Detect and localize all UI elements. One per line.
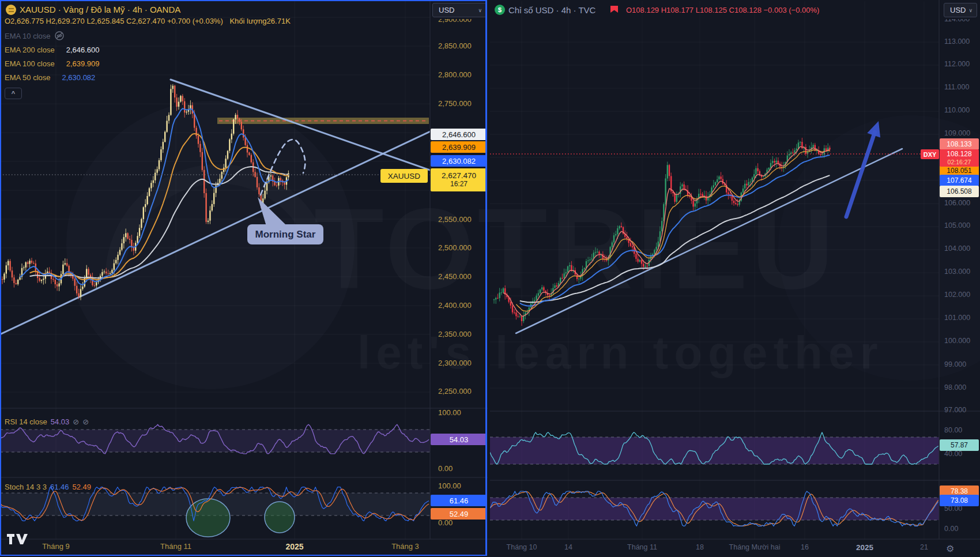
price-tag: 106.508	[940, 186, 979, 197]
rsi-label: RSI 14 close	[5, 417, 47, 426]
indicator-label: EMA 50 close	[5, 73, 51, 82]
price-tick: 110.000	[944, 106, 970, 114]
rsi-hide-band-icon[interactable]: ⊘	[73, 417, 79, 426]
time-axis-label: Tháng Mười hai	[729, 543, 781, 551]
price-tag: 73.08	[940, 495, 979, 506]
tradingview-dual-chart-workspace: TOTRIEU let's learn together XAUUSD · Và…	[0, 0, 980, 557]
price-tag: 61.46	[431, 495, 487, 506]
current-price-tag: 2,627.47016:27	[431, 168, 487, 191]
price-tick: 103.000	[944, 268, 970, 276]
current-price-tag: 108.12802:16:27	[940, 149, 979, 167]
price-tick: 2,750.000	[438, 99, 472, 108]
price-tick: 114.000	[944, 19, 970, 24]
price-tag: 2,639.909	[431, 141, 487, 153]
indicator-label: EMA 100 close	[5, 59, 55, 68]
stoch-label: Stoch 14 3 3	[5, 483, 47, 491]
price-tick: 2,450.000	[438, 272, 472, 281]
left-volume-label: Khối lượng	[229, 17, 266, 25]
price-tick: 100.000	[944, 337, 970, 345]
time-axis-label: Tháng 9	[42, 542, 70, 551]
price-tick: 113.000	[944, 37, 970, 46]
time-axis-label: Tháng 11	[627, 543, 657, 551]
price-tick: 109.000	[944, 129, 970, 137]
price-tick: 0.00	[944, 525, 958, 533]
indicator-row: EMA 10 close	[5, 30, 65, 42]
stoch-legend-row: Stoch 14 3 3 61.46 52.49	[5, 481, 91, 492]
right-ohlc-readout: O108.129 H108.177 L108.125 C108.128 −0.0…	[626, 6, 819, 14]
price-tick: 99.000	[944, 360, 966, 368]
price-tick: 2,250.000	[438, 387, 472, 396]
time-axis-label: Tháng 3	[391, 542, 419, 551]
left-currency-dropdown[interactable]: USD∨	[432, 3, 487, 17]
xauusd-symbol-icon	[6, 5, 16, 15]
left-currency-value: USD	[439, 6, 454, 14]
charts-canvas[interactable]	[0, 0, 980, 557]
time-axis-label: 18	[696, 543, 704, 551]
indicator-row: EMA 100 close2,639.909	[5, 58, 100, 69]
price-tick: 40.00	[944, 450, 962, 458]
price-tag: 54.03	[431, 434, 487, 445]
price-tick: 106.000	[944, 199, 970, 207]
price-tick: 2,850.000	[438, 42, 472, 50]
time-axis-label: Tháng 11	[160, 542, 191, 551]
right-symbol-title[interactable]: Chỉ số USD · 4h · TVC	[508, 5, 595, 15]
price-tick: 111.000	[944, 83, 969, 91]
morning-star-callout[interactable]: Morning Star	[247, 224, 323, 244]
price-tick: 2,900.000	[438, 19, 472, 24]
collapse-legend-button[interactable]: ^	[5, 88, 22, 99]
price-tag: 2,646.600	[431, 129, 487, 140]
price-tick: 0.00	[438, 518, 453, 527]
stoch-k-value: 61.46	[50, 483, 69, 491]
price-tick: 101.000	[944, 314, 970, 322]
indicator-value: 2,646.600	[66, 46, 100, 54]
price-tag: 107.674	[940, 175, 979, 186]
rsi-legend-row: RSI 14 close 54.03 ⊘ ⊘	[5, 416, 89, 427]
price-tick: 2,800.000	[438, 70, 472, 79]
price-tick: 2,350.000	[438, 330, 472, 338]
left-ohlc-readout: O2,626.775 H2,629.270 L2,625.845 C2,627.…	[5, 17, 291, 25]
price-tick: 98.000	[944, 383, 966, 392]
price-tick: 2,500.000	[438, 243, 472, 252]
dxy-price-line-chip[interactable]: DXY	[921, 149, 939, 159]
indicator-row: EMA 50 close2,630.082	[5, 71, 95, 83]
price-tick: 97.000	[944, 406, 966, 414]
price-tick: 80.00	[944, 426, 962, 434]
stoch-d-value: 52.49	[73, 483, 92, 491]
gear-icon[interactable]: ⚙	[946, 543, 954, 554]
price-tick: 0.00	[438, 464, 453, 473]
price-tag: 108.133	[940, 138, 979, 150]
left-volume-value: 26.71K	[267, 17, 291, 25]
time-axis-label: 14	[564, 543, 572, 551]
time-axis-label: Tháng 10	[507, 543, 537, 551]
price-tick: 2,550.000	[438, 215, 472, 224]
left-ohlc-values: O2,626.775 H2,629.270 L2,625.845 C2,627.…	[5, 17, 223, 25]
left-symbol-title[interactable]: XAUUSD · Vàng / Đô la Mỹ · 4h · OANDA	[20, 5, 180, 14]
rsi-value: 54.03	[51, 417, 70, 426]
chevron-down-icon: ∨	[968, 7, 973, 13]
indicator-value: 2,639.909	[66, 59, 100, 68]
time-axis-label: 2025	[856, 543, 873, 552]
price-tag: 57.87	[940, 439, 979, 451]
dxy-symbol-icon: $	[495, 5, 505, 15]
price-tag: 2,630.082	[431, 155, 487, 167]
price-tick: 112.000	[944, 60, 970, 68]
chevron-down-icon: ∨	[478, 7, 482, 13]
price-tick: 105.000	[944, 221, 970, 229]
indicator-value: 2,630.082	[62, 73, 96, 82]
price-tick: 100.00	[438, 481, 461, 490]
xauusd-price-line-chip[interactable]: XAUUSD	[380, 169, 428, 183]
flag-icon[interactable]	[610, 6, 619, 13]
price-tick: 100.00	[438, 408, 461, 417]
price-tick: 102.000	[944, 291, 970, 299]
indicator-row: EMA 200 close2,646.600	[5, 44, 100, 55]
price-tick: 104.000	[944, 244, 970, 253]
price-tag: 52.49	[431, 508, 487, 520]
indicator-label: EMA 10 close	[5, 32, 51, 40]
rsi-hide-line-icon[interactable]: ⊘	[82, 417, 89, 426]
price-tick: 2,300.000	[438, 359, 472, 367]
tradingview-logo[interactable]	[7, 533, 30, 546]
right-currency-dropdown[interactable]: USD∨	[944, 3, 977, 17]
right-currency-value: USD	[950, 6, 966, 14]
eye-off-icon[interactable]	[54, 31, 65, 41]
time-axis-label: 2025	[285, 542, 303, 551]
